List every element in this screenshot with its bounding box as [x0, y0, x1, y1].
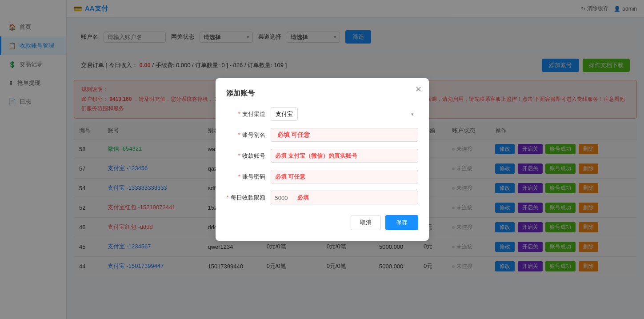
form-row-alias: * 账号别名 必填 可任意	[226, 128, 418, 142]
channel-select-modal[interactable]: 支付宝 微信	[271, 107, 298, 121]
account-required-mark: *	[238, 152, 240, 159]
channel-select-wrap-modal: 支付宝 微信	[271, 107, 418, 121]
account-input-wrap: 必填 支付宝（微信）的真实账号	[271, 149, 418, 163]
alias-form-label: * 账号别名	[226, 131, 271, 139]
modal-footer: 取消 保存	[226, 215, 418, 230]
password-required-mark: *	[238, 173, 240, 180]
alias-required-mark: *	[238, 132, 240, 138]
modal-save-btn[interactable]: 保存	[385, 215, 418, 230]
modal-overlay: 添加账号 ✕ * 支付渠道 支付宝 微信 * 账号别名 必填 可任意	[0, 0, 644, 319]
add-account-modal: 添加账号 ✕ * 支付渠道 支付宝 微信 * 账号别名 必填 可任意	[216, 78, 429, 241]
daily-limit-input[interactable]	[271, 191, 418, 204]
daily-limit-required-mark: *	[227, 194, 229, 201]
account-form-label: * 收款账号	[226, 152, 271, 160]
daily-limit-form-label: * 每日收款限额	[226, 194, 271, 202]
form-row-account: * 收款账号 必填 支付宝（微信）的真实账号	[226, 149, 418, 163]
form-row-channel: * 支付渠道 支付宝 微信	[226, 107, 418, 121]
alias-input[interactable]	[271, 128, 418, 142]
channel-required-mark: *	[238, 111, 240, 117]
modal-close-btn[interactable]: ✕	[415, 85, 422, 93]
password-input-wrap: 必填 可任意	[271, 170, 418, 183]
password-form-label: * 账号密码	[226, 173, 271, 181]
form-row-daily-limit: * 每日收款限额 5000 必填	[226, 191, 418, 204]
modal-cancel-btn[interactable]: 取消	[351, 215, 381, 230]
channel-form-label: * 支付渠道	[226, 110, 271, 118]
modal-title: 添加账号	[226, 89, 418, 98]
daily-limit-input-wrap: 5000 必填	[271, 191, 418, 204]
password-input[interactable]	[271, 170, 418, 183]
account-input[interactable]	[271, 149, 418, 163]
form-row-password: * 账号密码 必填 可任意	[226, 170, 418, 183]
